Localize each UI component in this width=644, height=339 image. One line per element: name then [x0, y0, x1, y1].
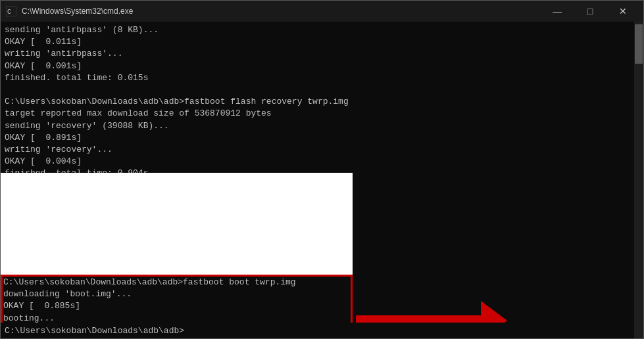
scrollbar[interactable] [634, 22, 643, 338]
console-area: sending 'antirbpass' (8 KB)... OKAY [ 0.… [1, 22, 643, 338]
console-content: sending 'antirbpass' (8 KB)... OKAY [ 0.… [1, 22, 634, 338]
title-bar-left: C C:\Windows\System32\cmd.exe [6, 6, 133, 16]
title-bar: C C:\Windows\System32\cmd.exe — □ ✕ [1, 1, 643, 22]
cmd-icon: C [6, 6, 16, 16]
title-text: C:\Windows\System32\cmd.exe [22, 7, 133, 16]
maximize-button[interactable]: □ [575, 2, 605, 20]
close-button[interactable]: ✕ [608, 2, 638, 20]
title-bar-controls: — □ ✕ [542, 2, 638, 20]
cmd-window: C C:\Windows\System32\cmd.exe — □ ✕ send… [0, 0, 644, 339]
console-output: sending 'antirbpass' (8 KB)... OKAY [ 0.… [5, 24, 630, 179]
bottom-prompt-line: C:\Users\sokoban\Downloads\adb\adb> [1, 323, 625, 338]
command-prompt: C:\Users\sokoban\Downloads\adb\adb> [5, 326, 184, 336]
white-overlay [1, 173, 353, 275]
minimize-button[interactable]: — [542, 2, 572, 20]
svg-text:C: C [7, 9, 11, 16]
scrollbar-thumb[interactable] [635, 24, 643, 64]
